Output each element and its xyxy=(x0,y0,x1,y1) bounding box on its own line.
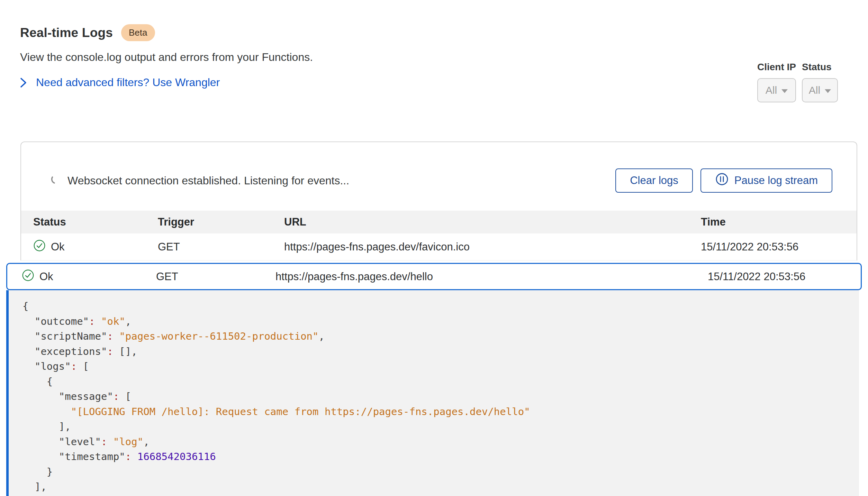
log-toolbar: Websocket connection established. Listen… xyxy=(21,142,857,211)
status-value: Ok xyxy=(39,270,53,283)
url-value: https://pages-fns.pages.dev/hello xyxy=(275,270,708,283)
chevron-right-icon xyxy=(20,77,27,89)
column-header-status: Status xyxy=(33,216,158,228)
trigger-value: GET xyxy=(156,270,275,283)
toolbar-buttons: Clear logs Pause log stream xyxy=(615,168,832,193)
client-ip-filter-select[interactable]: All xyxy=(757,78,796,102)
pause-log-stream-button[interactable]: Pause log stream xyxy=(700,168,832,193)
status-filter-label: Status xyxy=(802,62,838,73)
status-filter-value: All xyxy=(809,84,820,96)
status-value: Ok xyxy=(51,241,65,253)
title-row: Real-time Logs Beta xyxy=(20,24,868,41)
column-header-trigger: Trigger xyxy=(158,216,284,228)
websocket-status: Websocket connection established. Listen… xyxy=(50,174,349,187)
advanced-filters-link[interactable]: Need advanced filters? Use Wrangler xyxy=(20,76,220,89)
filter-status: Status All xyxy=(802,62,838,102)
page-title: Real-time Logs xyxy=(20,26,113,40)
page-subtitle: View the console.log output and errors f… xyxy=(20,51,868,64)
status-filter-select[interactable]: All xyxy=(802,78,838,102)
pause-circle-icon xyxy=(715,172,729,189)
client-ip-filter-label: Client IP xyxy=(757,62,796,73)
trigger-value: GET xyxy=(158,241,284,253)
pause-log-stream-label: Pause log stream xyxy=(734,174,818,187)
filters: Client IP All Status All xyxy=(757,62,838,102)
time-value: 15/11/2022 20:53:56 xyxy=(708,270,861,283)
log-panel: Websocket connection established. Listen… xyxy=(20,141,857,260)
advanced-filters-link-label: Need advanced filters? Use Wrangler xyxy=(36,76,220,89)
json-drawer: { "outcome": "ok", "scriptName": "pages-… xyxy=(6,290,859,496)
table-row[interactable]: Ok GET https://pages-fns.pages.dev/favic… xyxy=(21,233,857,260)
realtime-logs-page: Real-time Logs Beta View the console.log… xyxy=(0,0,868,496)
caret-down-icon xyxy=(825,89,831,93)
table-row-selected[interactable]: Ok GET https://pages-fns.pages.dev/hello… xyxy=(6,263,862,290)
spinner-icon xyxy=(50,174,61,187)
client-ip-filter-value: All xyxy=(766,84,777,96)
table-header: Status Trigger URL Time xyxy=(21,211,857,233)
url-value: https://pages-fns.pages.dev/favicon.ico xyxy=(284,241,701,253)
page-header: Real-time Logs Beta View the console.log… xyxy=(0,0,868,89)
clear-logs-label: Clear logs xyxy=(630,174,678,187)
beta-badge: Beta xyxy=(121,24,155,41)
json-code: { "outcome": "ok", "scriptName": "pages-… xyxy=(22,299,849,495)
check-circle-icon xyxy=(33,239,46,255)
column-header-url: URL xyxy=(284,216,701,228)
websocket-status-text: Websocket connection established. Listen… xyxy=(67,174,349,187)
caret-down-icon xyxy=(781,89,788,93)
column-header-time: Time xyxy=(701,216,857,228)
expanded-log-entry: Ok GET https://pages-fns.pages.dev/hello… xyxy=(6,263,862,496)
time-value: 15/11/2022 20:53:56 xyxy=(701,241,857,253)
clear-logs-button[interactable]: Clear logs xyxy=(615,168,693,193)
status-cell: Ok xyxy=(33,239,158,255)
status-cell: Ok xyxy=(22,269,156,284)
filter-client-ip: Client IP All xyxy=(757,62,796,102)
check-circle-icon xyxy=(22,269,34,284)
